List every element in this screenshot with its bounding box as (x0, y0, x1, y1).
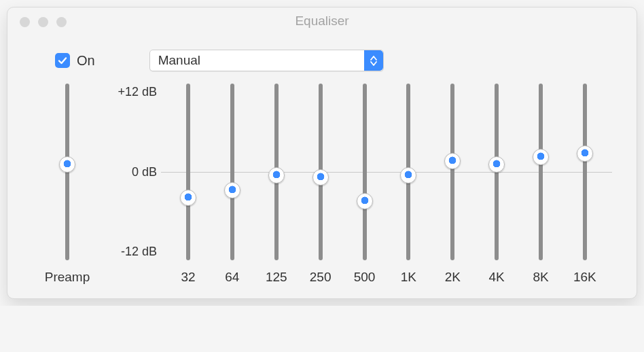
band-label-32: 32 (168, 270, 209, 285)
band-label-4K: 4K (476, 270, 517, 285)
band-label-250: 250 (300, 270, 341, 285)
bands-wrap: 32641252505001K2K4K8K16K (162, 84, 611, 285)
slider-thumb[interactable] (268, 167, 285, 183)
preset-value: Manual (158, 53, 200, 68)
titlebar: Equaliser (7, 7, 637, 35)
minimize-icon[interactable] (38, 17, 48, 27)
slider-thumb[interactable] (400, 167, 416, 183)
band-label-16K: 16K (565, 270, 605, 285)
eq-area: Preamp +12 dB 0 dB -12 dB 32641252505001… (7, 77, 637, 298)
band-label-8K: 8K (520, 270, 561, 285)
slider-thumb[interactable] (59, 156, 75, 173)
band-slider-500[interactable] (344, 84, 385, 260)
slider-track (450, 84, 454, 260)
slider-track (539, 84, 543, 260)
band-label-500: 500 (344, 270, 385, 285)
zoom-icon[interactable] (56, 17, 67, 27)
slider-track (230, 84, 234, 260)
band-label-2K: 2K (432, 270, 473, 285)
slider-track (363, 84, 367, 260)
db-bottom: -12 dB (121, 245, 157, 259)
band-label-64: 64 (212, 270, 253, 285)
band-label-125: 125 (256, 270, 297, 285)
band-slider-4K[interactable] (476, 84, 517, 260)
slider-track (583, 84, 587, 260)
preamp-slider[interactable] (47, 84, 88, 260)
checkmark-icon (57, 55, 68, 66)
slider-thumb[interactable] (224, 182, 240, 198)
band-label-1K: 1K (388, 270, 429, 285)
preset-select[interactable]: Manual (149, 50, 384, 71)
close-icon[interactable] (20, 17, 30, 27)
slider-track (186, 84, 190, 260)
band-labels: 32641252505001K2K4K8K16K (162, 260, 611, 285)
bands (162, 84, 611, 260)
updown-stepper-icon[interactable] (364, 50, 383, 71)
equaliser-window: Equaliser On Manual Preamp (7, 7, 637, 299)
slider-thumb[interactable] (312, 169, 329, 186)
preamp-label: Preamp (45, 260, 90, 285)
slider-thumb[interactable] (180, 190, 196, 206)
db-scale: +12 dB 0 dB -12 dB (101, 84, 162, 260)
band-slider-125[interactable] (256, 84, 297, 260)
slider-thumb[interactable] (577, 145, 593, 162)
slider-thumb[interactable] (488, 156, 505, 173)
band-slider-8K[interactable] (520, 84, 561, 260)
top-controls: On Manual (7, 35, 637, 77)
preamp-column: Preamp (33, 84, 101, 285)
band-slider-1K[interactable] (388, 84, 429, 260)
db-mid: 0 dB (132, 165, 157, 179)
slider-thumb[interactable] (357, 193, 373, 209)
window-title: Equaliser (7, 14, 637, 29)
slider-thumb[interactable] (444, 153, 461, 169)
band-slider-16K[interactable] (565, 84, 605, 260)
db-top: +12 dB (118, 85, 157, 99)
band-slider-32[interactable] (168, 84, 209, 260)
on-toggle[interactable]: On (55, 53, 95, 69)
band-slider-64[interactable] (212, 84, 253, 260)
window-controls (20, 17, 67, 27)
band-slider-2K[interactable] (432, 84, 473, 260)
checkbox-on[interactable] (55, 53, 70, 68)
on-label: On (77, 53, 95, 69)
band-slider-250[interactable] (300, 84, 341, 260)
slider-thumb[interactable] (533, 149, 549, 165)
